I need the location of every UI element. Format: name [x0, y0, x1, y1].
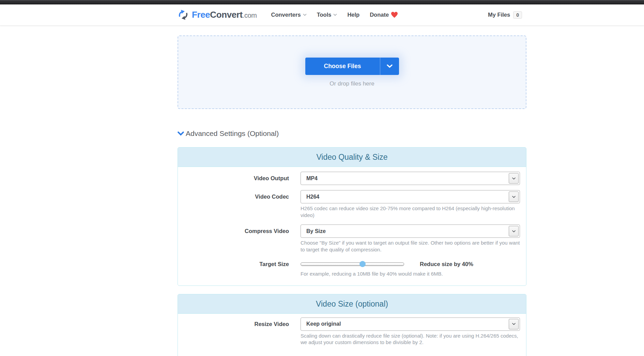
- chevron-down-icon[interactable]: [509, 226, 519, 236]
- chevron-down-icon: [387, 64, 393, 68]
- chevron-down-icon: [178, 131, 184, 136]
- advanced-settings-label: Advanced Settings (Optional): [186, 129, 279, 138]
- my-files-count-badge: 0: [513, 11, 522, 19]
- chevron-down-icon[interactable]: [509, 173, 519, 184]
- drop-hint-text: Or drop files here: [178, 80, 526, 87]
- video-codec-help: H265 codec can reduce video size 20-75% …: [301, 205, 520, 218]
- chevron-down-icon[interactable]: [509, 191, 519, 202]
- compress-video-label: Compress Video: [178, 225, 289, 238]
- panel-video-quality-title: Video Quality & Size: [178, 148, 526, 167]
- advanced-settings-toggle[interactable]: Advanced Settings (Optional): [178, 129, 526, 138]
- resize-video-help: Scaling down can drastically reduce file…: [301, 332, 520, 346]
- nav-item-donate[interactable]: Donate: [370, 12, 398, 18]
- resize-video-select[interactable]: Keep original: [301, 318, 520, 331]
- video-output-label: Video Output: [178, 172, 289, 185]
- logo[interactable]: FreeConvert.com: [178, 9, 257, 20]
- logo-text: FreeConvert.com: [192, 10, 257, 20]
- target-size-label: Target Size: [178, 260, 289, 268]
- video-codec-select[interactable]: H264: [301, 190, 520, 203]
- file-dropzone[interactable]: Choose Files Or drop files here: [178, 35, 526, 109]
- video-output-select[interactable]: MP4: [301, 172, 520, 185]
- compress-video-select[interactable]: By Size: [301, 225, 520, 238]
- resize-video-label: Resize Video: [178, 318, 289, 331]
- my-files-link[interactable]: My Files 0: [488, 11, 522, 19]
- slider-track[interactable]: [301, 262, 404, 266]
- compress-video-help: Choose "By Size" if you want to target a…: [301, 239, 520, 253]
- chevron-down-icon: [303, 14, 307, 16]
- video-codec-label: Video Codec: [178, 190, 289, 203]
- form-row-resize-video: Resize Video Keep original Scaling down …: [178, 318, 526, 346]
- main-content: Choose Files Or drop files here Advanced…: [178, 35, 526, 356]
- choose-files-split-button: Choose Files: [305, 58, 399, 75]
- panel-video-size: Video Size (optional) Resize Video Keep …: [178, 294, 526, 356]
- site-header: FreeConvert.com Converters Tools Help Do…: [0, 4, 644, 26]
- form-row-video-output: Video Output MP4: [178, 172, 526, 185]
- nav-item-converters[interactable]: Converters: [271, 12, 307, 18]
- target-size-slider[interactable]: [301, 260, 404, 268]
- form-row-video-codec: Video Codec H264 H265 codec can reduce v…: [178, 190, 526, 218]
- target-size-value: Reduce size by 40%: [420, 261, 473, 267]
- choose-files-button[interactable]: Choose Files: [305, 58, 380, 75]
- nav-item-help[interactable]: Help: [347, 12, 359, 18]
- heart-icon: [391, 12, 398, 18]
- target-size-help: For example, reducing a 10MB file by 40%…: [301, 270, 520, 277]
- form-row-compress-video: Compress Video By Size Choose "By Size" …: [178, 225, 526, 253]
- main-menu: Converters Tools Help Donate: [271, 12, 398, 18]
- chevron-down-icon: [333, 14, 337, 16]
- choose-files-dropdown-button[interactable]: [380, 58, 399, 75]
- panel-video-quality: Video Quality & Size Video Output MP4 Vi…: [178, 147, 526, 286]
- target-size-slider-thumb[interactable]: [359, 261, 366, 267]
- refresh-icon: [178, 9, 189, 20]
- panel-video-size-title: Video Size (optional): [178, 294, 526, 314]
- chevron-down-icon[interactable]: [509, 319, 519, 329]
- browser-top-bar: [0, 0, 644, 4]
- nav-item-tools[interactable]: Tools: [317, 12, 337, 18]
- form-row-target-size: Target Size Reduce size by 40% For examp…: [178, 260, 526, 277]
